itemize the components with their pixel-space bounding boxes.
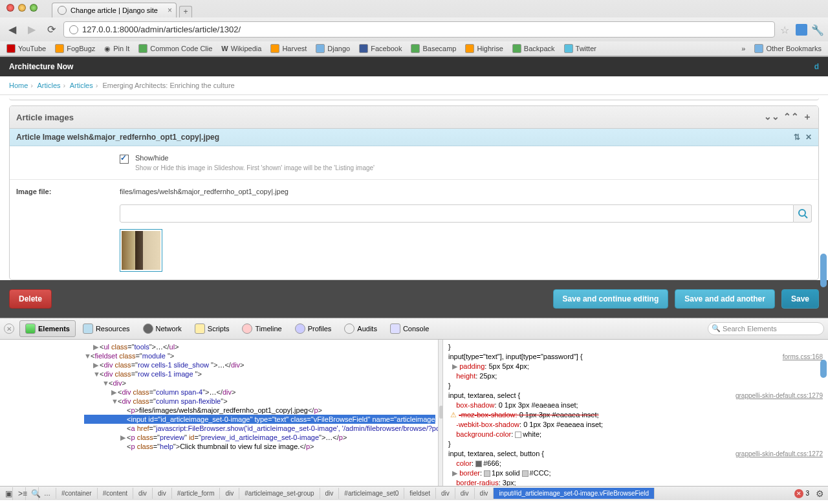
timeline-icon [242, 323, 252, 334]
dom-crumb-selected[interactable]: input#id_articleimage_set-0-image.vFileB… [494, 488, 655, 499]
bookmark-star-icon[interactable]: ☆ [780, 24, 792, 36]
audits-icon [344, 323, 354, 334]
bookmark-item[interactable]: WWikipedia [221, 45, 261, 52]
bookmark-item[interactable]: Django [316, 44, 350, 53]
devtools-tab-timeline[interactable]: Timeline [236, 320, 287, 337]
styles-panel[interactable]: }forms.css:168input[type="text"], input[… [443, 340, 828, 486]
breadcrumb-link[interactable]: Articles [37, 82, 60, 89]
save-add-button[interactable]: Save and add another [675, 289, 775, 309]
devtools-tab-resources[interactable]: Resources [77, 320, 136, 337]
wrench-icon[interactable]: 🔧 [811, 24, 823, 36]
new-tab-button[interactable]: + [179, 6, 192, 17]
svg-line-1 [805, 215, 807, 218]
overflow-icon[interactable]: » [741, 45, 745, 52]
toolbar-right: ☆ 🔧 [780, 24, 823, 36]
devtools-tab-network[interactable]: Network [137, 320, 188, 337]
dom-crumb[interactable]: #articleimage_set-group [239, 488, 320, 499]
breadcrumb-link[interactable]: Articles [70, 82, 93, 89]
reload-button[interactable]: ⟳ [44, 23, 58, 37]
field-row: Image file: files/images/welsh&major_red… [10, 180, 818, 279]
drag-handle-icon[interactable]: ⇅ [794, 133, 800, 142]
browser-tab[interactable]: Change article | Django site × [52, 3, 177, 17]
devtools-tab-scripts[interactable]: Scripts [189, 320, 235, 337]
url-text: 127.0.0.1:8000/admin/articles/article/13… [82, 25, 241, 34]
dom-crumb[interactable]: fieldset [404, 488, 436, 499]
image-thumbnail[interactable] [120, 229, 162, 272]
dom-crumb[interactable]: div [320, 488, 340, 499]
devtools-tab-elements[interactable]: Elements [19, 320, 76, 337]
globe-icon [69, 25, 78, 34]
extension-icon[interactable] [796, 24, 807, 36]
add-inline-icon[interactable]: ＋ [803, 111, 812, 123]
toolbar: ◀ ▶ ⟳ 127.0.0.1:8000/admin/articles/arti… [0, 17, 828, 41]
dom-crumb[interactable]: div [133, 488, 153, 499]
bookmark-item[interactable]: Harvest [270, 44, 307, 53]
dock-icon[interactable]: ▣ [0, 487, 13, 500]
bookmark-item[interactable]: Common Code Clie [138, 44, 212, 53]
save-button[interactable]: Save [781, 289, 819, 309]
dom-crumb[interactable]: div [153, 488, 172, 499]
dom-crumb[interactable]: #articleimage_set0 [339, 488, 404, 499]
devtools-statusbar: ▣ >≡ 🔍 … #container#contentdivdiv#articl… [0, 486, 828, 500]
scrollbar-thumb[interactable] [820, 360, 827, 378]
save-continue-button[interactable]: Save and continue editing [553, 289, 669, 309]
forward-button[interactable]: ▶ [25, 23, 39, 37]
module-title: Article images [16, 113, 74, 122]
bookmark-item[interactable]: ◉Pin It [104, 45, 129, 53]
dom-crumb[interactable]: div [436, 488, 455, 499]
dom-crumb[interactable]: #article_form [172, 488, 221, 499]
error-indicator[interactable]: ✕3 [792, 489, 812, 498]
search-icon [798, 208, 808, 219]
inline-header: Article Image welsh&major_redfernho_opt1… [10, 129, 818, 146]
dom-crumb[interactable]: div [220, 488, 239, 499]
bookmark-item[interactable]: FogBugz [55, 44, 95, 53]
dom-crumb[interactable]: div [455, 488, 475, 499]
settings-gear-icon[interactable]: ⚙ [812, 488, 828, 499]
expand-all-icon[interactable]: ⌃⌃ [783, 111, 799, 123]
imagefile-path: files/images/welsh&major_redfernho_opt1_… [120, 188, 812, 195]
cc-icon [138, 44, 147, 53]
dom-crumb[interactable]: div [475, 488, 494, 499]
splitter-handle[interactable] [438, 340, 443, 486]
dom-crumb[interactable]: #container [56, 488, 98, 499]
user-indicator[interactable]: d [814, 62, 819, 71]
back-button[interactable]: ◀ [5, 23, 19, 37]
breadcrumb-home[interactable]: Home [9, 82, 28, 89]
delete-button[interactable]: Delete [9, 289, 52, 309]
folder-icon [316, 44, 325, 53]
file-browse-input[interactable] [120, 204, 794, 223]
browser-chrome: Change article | Django site × + ◀ ▶ ⟳ 1… [0, 0, 828, 57]
address-bar[interactable]: 127.0.0.1:8000/admin/articles/article/13… [63, 21, 775, 38]
crumb-overflow[interactable]: … [39, 488, 56, 499]
dom-crumb[interactable]: #content [98, 488, 133, 499]
scrollbar-thumb[interactable] [820, 254, 827, 287]
remove-inline-icon[interactable]: ✕ [805, 133, 812, 142]
close-window-button[interactable] [6, 4, 14, 12]
collapse-all-icon[interactable]: ⌄⌄ [764, 111, 779, 123]
devtools-tab-audits[interactable]: Audits [338, 320, 383, 337]
resources-icon [83, 323, 93, 334]
file-browse-button[interactable] [794, 204, 812, 223]
showhide-checkbox[interactable] [120, 155, 129, 164]
breadcrumb-current: Emerging Architects: Enriching the cultu… [102, 82, 234, 89]
bookmark-item[interactable]: Basecamp [411, 44, 456, 53]
tab-title: Change article | Django site [71, 6, 158, 14]
bookmark-item[interactable]: Highrise [465, 44, 503, 53]
inspect-icon[interactable]: 🔍 [26, 487, 39, 500]
console-toggle-icon[interactable]: >≡ [13, 487, 26, 500]
globe-icon [58, 6, 67, 15]
devtools-tab-console[interactable]: Console [384, 320, 435, 337]
bookmark-item[interactable]: Facebook [359, 44, 402, 53]
elements-icon [25, 323, 36, 334]
devtools-close-icon[interactable]: ✕ [4, 323, 14, 334]
close-tab-icon[interactable]: × [168, 6, 172, 15]
other-bookmarks[interactable]: Other Bookmarks [754, 44, 822, 53]
minimize-window-button[interactable] [18, 4, 26, 12]
zoom-window-button[interactable] [30, 4, 38, 12]
bookmark-item[interactable]: Twitter [564, 44, 596, 53]
dom-tree-panel[interactable]: ▶<ul class="tools">…</ul>▼<fieldset clas… [0, 340, 438, 486]
devtools-search-input[interactable]: Search Elements [708, 322, 824, 335]
devtools-tab-profiles[interactable]: Profiles [289, 320, 338, 337]
bookmark-item[interactable]: Backpack [512, 44, 555, 53]
bookmark-item[interactable]: YouTube [6, 44, 46, 53]
